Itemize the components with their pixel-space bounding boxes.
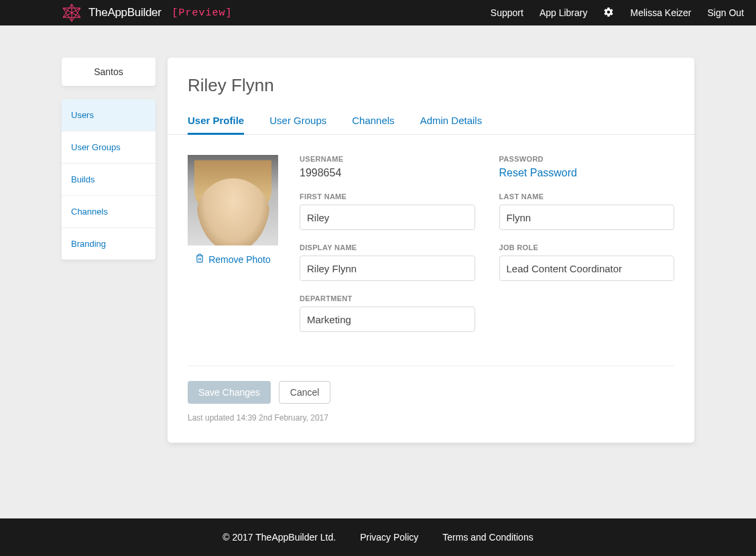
- remove-photo-button[interactable]: Remove Photo: [195, 254, 271, 265]
- fields-left: USERNAME 1998654 FIRST NAME DISPLAY NAME: [300, 155, 475, 332]
- footer-copyright: © 2017 TheAppBuilder Ltd.: [223, 532, 336, 543]
- photo-column: Remove Photo: [188, 155, 278, 332]
- sidebar-item-users[interactable]: Users: [62, 99, 155, 131]
- input-display-name[interactable]: [300, 256, 475, 281]
- card-footer: Save Changes Cancel Last updated 14:39 2…: [168, 366, 694, 423]
- sidebar: Santos Users User Groups Builds Channels…: [62, 58, 155, 260]
- field-display-name: DISPLAY NAME: [300, 243, 475, 281]
- input-department[interactable]: [300, 307, 475, 332]
- tab-admin-details[interactable]: Admin Details: [420, 108, 483, 134]
- brand-name: TheAppBuilder: [88, 6, 162, 19]
- sidebar-company[interactable]: Santos: [62, 58, 155, 86]
- logo-icon: [62, 3, 82, 23]
- brand: TheAppBuilder [Preview]: [62, 3, 233, 23]
- value-username: 1998654: [300, 167, 475, 179]
- nav-app-library[interactable]: App Library: [540, 7, 588, 18]
- brand-preview-tag: [Preview]: [172, 7, 233, 19]
- main-card: Riley Flynn User Profile User Groups Cha…: [168, 58, 694, 443]
- sidebar-item-user-groups[interactable]: User Groups: [62, 131, 155, 164]
- field-password: PASSWORD Reset Password: [499, 155, 675, 179]
- label-display-name: DISPLAY NAME: [300, 243, 475, 252]
- top-bar: TheAppBuilder [Preview] Support App Libr…: [0, 0, 756, 25]
- page-body: Santos Users User Groups Builds Channels…: [0, 25, 756, 518]
- sidebar-item-builds[interactable]: Builds: [62, 164, 155, 196]
- fields-columns: USERNAME 1998654 FIRST NAME DISPLAY NAME: [300, 155, 674, 332]
- nav-user-name[interactable]: Melissa Keizer: [630, 7, 691, 18]
- label-password: PASSWORD: [499, 155, 675, 163]
- trash-icon: [195, 254, 204, 265]
- field-first-name: FIRST NAME: [300, 192, 475, 230]
- tabs: User Profile User Groups Channels Admin …: [168, 108, 694, 135]
- page-title: Riley Flynn: [188, 75, 674, 96]
- footer-privacy[interactable]: Privacy Policy: [360, 532, 418, 543]
- label-department: DEPARTMENT: [300, 294, 475, 302]
- form-area: Remove Photo USERNAME 1998654 FIRST NAME: [168, 135, 694, 339]
- field-username: USERNAME 1998654: [300, 155, 475, 179]
- footer: © 2017 TheAppBuilder Ltd. Privacy Policy…: [0, 518, 756, 556]
- label-first-name: FIRST NAME: [300, 192, 475, 201]
- tab-channels[interactable]: Channels: [352, 108, 394, 134]
- field-job-role: JOB ROLE: [499, 243, 675, 281]
- fields-right: PASSWORD Reset Password LAST NAME JOB RO…: [499, 155, 675, 332]
- field-last-name: LAST NAME: [499, 192, 675, 230]
- nav-sign-out[interactable]: Sign Out: [708, 7, 744, 18]
- reset-password-link[interactable]: Reset Password: [499, 167, 675, 179]
- field-department: DEPARTMENT: [300, 294, 475, 332]
- save-button[interactable]: Save Changes: [188, 381, 271, 404]
- footer-terms[interactable]: Terms and Conditions: [442, 532, 533, 543]
- last-updated: Last updated 14:39 2nd February, 2017: [188, 413, 674, 423]
- cancel-button[interactable]: Cancel: [279, 381, 331, 404]
- card-header: Riley Flynn: [168, 58, 694, 108]
- input-first-name[interactable]: [300, 205, 475, 230]
- sidebar-item-channels[interactable]: Channels: [62, 196, 155, 228]
- input-job-role[interactable]: [499, 256, 675, 281]
- sidebar-item-branding[interactable]: Branding: [62, 228, 155, 260]
- button-row: Save Changes Cancel: [188, 381, 674, 404]
- label-job-role: JOB ROLE: [499, 243, 675, 252]
- tab-user-groups[interactable]: User Groups: [269, 108, 326, 134]
- gear-icon[interactable]: [603, 7, 614, 19]
- nav-support[interactable]: Support: [491, 7, 523, 18]
- divider: [188, 366, 674, 366]
- remove-photo-label: Remove Photo: [208, 254, 271, 265]
- tab-user-profile[interactable]: User Profile: [188, 108, 244, 135]
- label-username: USERNAME: [300, 155, 475, 163]
- top-nav: Support App Library Melissa Keizer Sign …: [491, 7, 744, 19]
- sidebar-nav: Users User Groups Builds Channels Brandi…: [62, 99, 155, 260]
- label-last-name: LAST NAME: [499, 192, 675, 201]
- input-last-name[interactable]: [499, 205, 675, 230]
- avatar: [188, 155, 278, 245]
